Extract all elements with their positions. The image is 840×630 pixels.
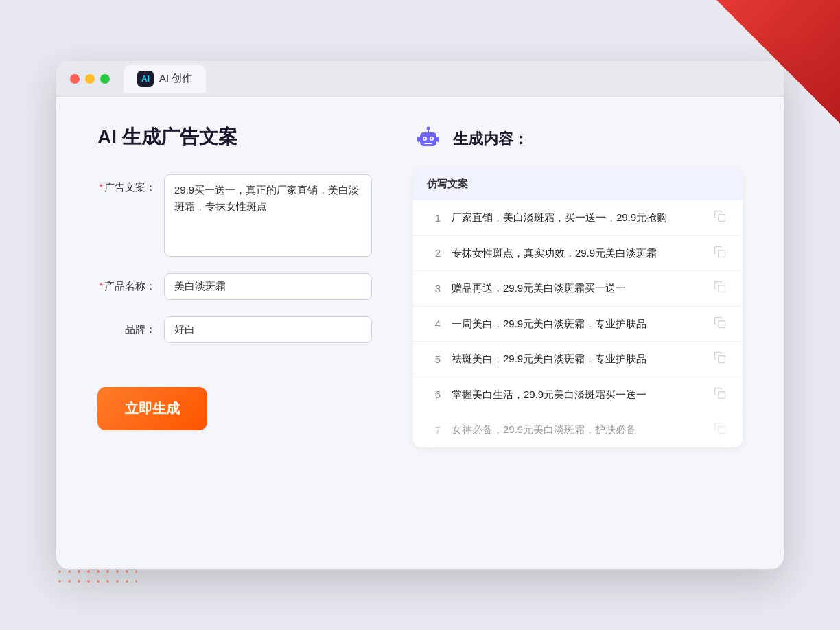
copy-icon[interactable] [714, 422, 729, 437]
svg-rect-9 [436, 137, 439, 142]
svg-rect-15 [719, 392, 725, 399]
svg-rect-13 [719, 321, 725, 328]
table-row: 3赠品再送，29.9元美白淡斑霜买一送一 [413, 271, 743, 307]
copy-icon[interactable] [714, 210, 729, 225]
browser-window: AI AI 创作 AI 生成广告文案 *广告文案： *产品名称： [56, 61, 784, 569]
results-rows-container: 1厂家直销，美白淡斑霜，买一送一，29.9元抢购 2专抹女性斑点，真实功效，29… [413, 200, 743, 447]
brand-label: 品牌： [97, 316, 156, 336]
brand-input[interactable] [164, 316, 372, 343]
product-name-label: *产品名称： [97, 273, 156, 293]
product-name-input[interactable] [164, 273, 372, 300]
copy-icon[interactable] [714, 246, 729, 261]
row-text: 祛斑美白，29.9元美白淡斑霜，专业护肤品 [452, 351, 703, 367]
row-number: 5 [427, 353, 441, 365]
table-row: 6掌握美白生活，29.9元美白淡斑霜买一送一 [413, 377, 743, 413]
row-text: 赠品再送，29.9元美白淡斑霜买一送一 [452, 281, 703, 296]
row-number: 2 [427, 247, 441, 259]
row-text: 一周美白，29.9元美白淡斑霜，专业护肤品 [452, 316, 703, 332]
tab-label: AI 创作 [159, 72, 192, 85]
svg-rect-5 [424, 143, 432, 144]
row-number: 1 [427, 212, 441, 224]
main-content: AI 生成广告文案 *广告文案： *产品名称： 品牌： 立 [56, 97, 784, 569]
svg-point-4 [431, 138, 433, 140]
ad-copy-label: *广告文案： [97, 174, 156, 194]
required-mark-2: * [99, 280, 103, 292]
copy-icon[interactable] [714, 387, 729, 402]
table-row: 2专抹女性斑点，真实功效，29.9元美白淡斑霜 [413, 236, 743, 272]
table-row: 1厂家直销，美白淡斑霜，买一送一，29.9元抢购 [413, 200, 743, 236]
table-row: 7女神必备，29.9元美白淡斑霜，护肤必备 [413, 412, 743, 447]
svg-rect-12 [719, 285, 725, 292]
svg-rect-10 [719, 215, 725, 222]
ad-copy-group: *广告文案： [97, 174, 372, 257]
row-number: 4 [427, 318, 441, 329]
row-text: 专抹女性斑点，真实功效，29.9元美白淡斑霜 [452, 246, 703, 261]
svg-rect-8 [417, 137, 420, 142]
results-table: 仿写文案 1厂家直销，美白淡斑霜，买一送一，29.9元抢购 2专抹女性斑点，真实… [413, 168, 743, 447]
generate-button[interactable]: 立即生成 [97, 387, 207, 430]
title-bar: AI AI 创作 [56, 61, 784, 97]
traffic-lights [70, 74, 110, 84]
svg-point-7 [427, 127, 430, 130]
copy-icon[interactable] [714, 281, 729, 296]
row-number: 6 [427, 388, 441, 400]
svg-rect-14 [719, 356, 725, 363]
maximize-button[interactable] [100, 74, 110, 84]
required-mark-1: * [99, 181, 103, 193]
right-panel: 生成内容： 仿写文案 1厂家直销，美白淡斑霜，买一送一，29.9元抢购 2专抹女… [413, 124, 743, 541]
tab-icon-label: AI [141, 74, 150, 84]
right-panel-title: 生成内容： [453, 129, 528, 150]
right-header: 生成内容： [413, 124, 743, 154]
row-number: 7 [427, 424, 441, 436]
close-button[interactable] [70, 74, 80, 84]
product-name-group: *产品名称： [97, 273, 372, 300]
table-row: 5祛斑美白，29.9元美白淡斑霜，专业护肤品 [413, 342, 743, 377]
copy-icon[interactable] [714, 351, 729, 366]
row-text: 女神必备，29.9元美白淡斑霜，护肤必备 [452, 422, 703, 438]
robot-icon [413, 124, 443, 154]
tab-icon: AI [137, 71, 154, 87]
minimize-button[interactable] [85, 74, 95, 84]
table-header: 仿写文案 [413, 168, 743, 200]
table-row: 4一周美白，29.9元美白淡斑霜，专业护肤品 [413, 307, 743, 342]
svg-rect-16 [719, 427, 725, 434]
row-text: 厂家直销，美白淡斑霜，买一送一，29.9元抢购 [452, 210, 703, 226]
ai-creation-tab[interactable]: AI AI 创作 [124, 65, 206, 93]
left-panel: AI 生成广告文案 *广告文案： *产品名称： 品牌： 立 [97, 124, 372, 541]
row-number: 3 [427, 283, 441, 294]
page-title: AI 生成广告文案 [97, 124, 372, 150]
ad-copy-input[interactable] [164, 174, 372, 257]
svg-rect-11 [719, 250, 725, 257]
brand-group: 品牌： [97, 316, 372, 343]
copy-icon[interactable] [714, 316, 729, 331]
svg-point-3 [424, 138, 426, 140]
row-text: 掌握美白生活，29.9元美白淡斑霜买一送一 [452, 387, 703, 403]
